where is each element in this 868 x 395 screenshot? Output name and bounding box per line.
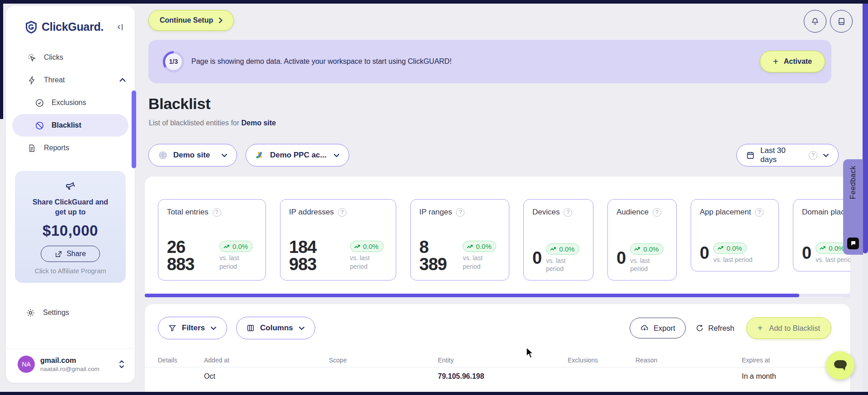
column-header-scope[interactable]: Scope <box>329 357 438 364</box>
feedback-label: Feedback <box>849 166 857 199</box>
delta-badge: 0.0% <box>630 243 664 255</box>
share-button-label: Share <box>66 250 86 258</box>
stat-card-total-entries[interactable]: Total entries 26 883 0.0% vs. last perio… <box>158 199 266 281</box>
ppc-account-selector[interactable]: Demo PPC ac... <box>246 144 349 167</box>
stat-value: 0 <box>802 244 811 262</box>
cell-entity: 79.105.96.198 <box>438 372 568 381</box>
filters-button[interactable]: Filters <box>158 317 227 339</box>
table-toolbar: Filters Columns Export Refresh <box>145 304 850 339</box>
delta-badge: 0.0% <box>713 243 747 254</box>
chevron-down-icon <box>210 326 217 330</box>
notifications-button[interactable] <box>804 10 826 33</box>
trend-up-icon <box>820 246 826 250</box>
chat-launcher-button[interactable] <box>826 351 854 380</box>
date-range-value: Last 30 days <box>760 146 803 164</box>
sidebar-item-reports[interactable]: Reports <box>6 137 135 159</box>
chevron-right-icon <box>218 17 223 24</box>
table-row[interactable]: Oct 79.105.96.198 In a month <box>145 367 850 381</box>
date-range-selector[interactable]: Last 30 days <box>736 144 839 167</box>
stat-value: 0 <box>700 244 709 262</box>
help-icon[interactable] <box>338 208 346 217</box>
stat-card-ip-ranges[interactable]: IP ranges 8 389 0.0% vs. last period <box>410 199 509 281</box>
updown-chevron-icon <box>119 360 125 369</box>
plus-icon <box>758 324 763 333</box>
columns-button[interactable]: Columns <box>236 317 315 339</box>
share-caption: Click to Affiliate Program <box>20 267 120 275</box>
page-subtitle-text: List of blacklisted entities for <box>149 119 239 127</box>
activate-button[interactable]: Activate <box>760 51 825 72</box>
cloud-download-icon <box>640 324 649 332</box>
site-selector[interactable]: Demo site <box>148 144 237 167</box>
export-button[interactable]: Export <box>630 318 686 338</box>
trend-up-icon <box>550 247 556 251</box>
delta-badge: 0.0% <box>463 241 496 252</box>
stat-label: App placement <box>700 208 751 217</box>
column-header-details[interactable]: Details <box>158 357 204 364</box>
stat-label: IP addresses <box>289 208 334 217</box>
column-header-entity[interactable]: Entity <box>438 357 568 364</box>
share-amount: $10,000 <box>20 222 120 239</box>
help-icon[interactable] <box>653 208 661 217</box>
column-header-exclusions[interactable]: Exclusions <box>568 357 636 364</box>
megaphone-icon <box>65 180 76 191</box>
stat-card-app-placement[interactable]: App placement 0 0.0% vs. last period <box>691 199 779 271</box>
stat-card-audience[interactable]: Audience 0 0.0% vs. last period <box>607 199 677 281</box>
sidebar-item-threat[interactable]: Threat <box>6 69 135 91</box>
chat-bubble-icon <box>834 359 847 371</box>
delta-badge: 0.0% <box>219 241 253 252</box>
help-icon[interactable] <box>755 208 764 217</box>
stat-card-ip-addresses[interactable]: IP addresses 184 983 0.0% vs. last perio… <box>280 199 396 281</box>
google-ads-icon <box>255 151 265 160</box>
export-label: Export <box>654 324 675 333</box>
stats-scrollbar-thumb[interactable] <box>145 294 799 297</box>
stat-card-devices[interactable]: Devices 0 0.0% vs. last period <box>523 199 593 281</box>
account-switcher[interactable]: NA gmail.com naatali.ro@gmail.com <box>6 348 135 383</box>
column-header-added-at[interactable]: Added at <box>204 357 329 364</box>
feedback-widget-icon <box>847 238 859 249</box>
sidebar-item-blacklist[interactable]: Blacklist <box>12 114 128 137</box>
refresh-button[interactable]: Refresh <box>696 324 735 333</box>
calendar-icon <box>746 151 755 160</box>
columns-label: Columns <box>260 324 293 333</box>
page-scrollbar-thumb[interactable] <box>863 0 868 253</box>
table-header-row: Details Added at Scope Entity Exclusions… <box>145 353 850 367</box>
stat-value: 184 983 <box>289 238 346 273</box>
setup-progress-value: 1/3 <box>163 51 184 72</box>
sidebar-nav: Clicks Threat Exclusions Blacklist <box>6 46 135 159</box>
knowledge-base-button[interactable] <box>830 10 853 33</box>
clickguard-shield-icon <box>25 21 38 33</box>
page-title: Blacklist <box>148 95 210 113</box>
compare-label: vs. last period <box>546 257 584 273</box>
collapse-sidebar-icon[interactable] <box>114 22 125 33</box>
help-icon[interactable] <box>564 208 572 217</box>
add-to-blacklist-button[interactable]: Add to Blacklist <box>746 317 832 339</box>
continue-setup-button[interactable]: Continue Setup <box>148 10 234 31</box>
sidebar-item-clicks[interactable]: Clicks <box>6 46 135 69</box>
sidebar-item-exclusions[interactable]: Exclusions <box>6 91 135 114</box>
filters-label: Filters <box>182 324 205 333</box>
ppc-account-value: Demo PPC ac... <box>270 151 327 160</box>
stat-card-domain-placement[interactable]: Domain placement 0 0.0% vs. last period <box>793 199 850 271</box>
logo: ClickGuard. <box>25 20 125 33</box>
sidebar-item-label: Blacklist <box>52 121 81 129</box>
content-scrollbar-thumb[interactable] <box>132 90 136 168</box>
help-icon[interactable] <box>213 208 221 217</box>
sidebar-item-label: Threat <box>44 76 65 84</box>
feedback-tab[interactable]: Feedback <box>843 159 863 255</box>
affiliate-share-card[interactable]: Share ClickGuard and get up to $10,000 S… <box>15 171 126 283</box>
sidebar-item-settings[interactable]: Settings <box>6 302 135 324</box>
stats-strip: Total entries 26 883 0.0% vs. last perio… <box>145 176 850 281</box>
trend-up-icon <box>354 244 360 249</box>
demo-data-banner: 1/3 Page is showing demo data. Activate … <box>148 40 831 83</box>
trend-up-icon <box>717 246 724 250</box>
stat-label: Total entries <box>167 208 209 217</box>
delta-badge: 0.0% <box>350 241 384 252</box>
share-button[interactable]: Share <box>41 246 100 262</box>
compare-label: vs. last period <box>219 254 257 270</box>
help-icon[interactable] <box>809 151 817 160</box>
banner-message: Page is showing demo data. Activate your… <box>191 57 451 66</box>
column-header-reason[interactable]: Reason <box>636 357 742 364</box>
book-icon <box>837 17 846 26</box>
stat-label: IP ranges <box>419 208 452 217</box>
help-icon[interactable] <box>456 208 465 217</box>
